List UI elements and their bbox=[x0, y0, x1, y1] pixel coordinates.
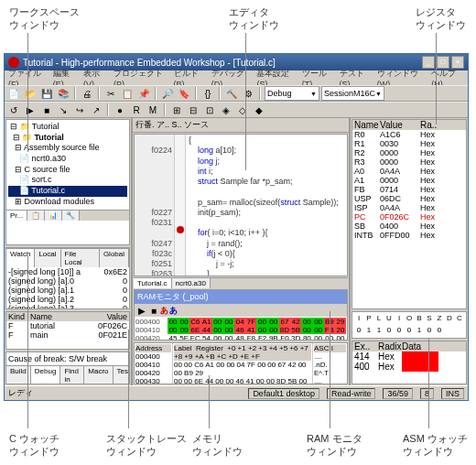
tool-icon[interactable]: ⊞ bbox=[169, 103, 184, 117]
kana-icon[interactable]: あ bbox=[169, 305, 178, 317]
open-icon[interactable]: 📂 bbox=[23, 86, 38, 101]
file-tab[interactable]: ncrt0.a30 bbox=[172, 278, 211, 288]
status-col: 8 bbox=[420, 388, 434, 399]
editor-header: 行番. ア.. S.. ソース bbox=[133, 118, 349, 133]
callout-asmwatch: ASM ウォッチ ウィンドウ bbox=[403, 432, 468, 459]
address-gutter: f0224 f0227f0231 f0247f023cf0251f0263 f0… bbox=[135, 135, 175, 276]
find-icon[interactable]: 🔎 bbox=[160, 86, 175, 101]
output-tab[interactable]: Find in Files bbox=[60, 366, 84, 384]
watch-tab[interactable]: Global bbox=[100, 249, 129, 267]
stepout-icon[interactable]: ↗ bbox=[89, 103, 103, 117]
rammon-grid[interactable]: 0004000000C6A10000047F000067420000B92900… bbox=[135, 317, 347, 340]
status-pos: 36/59 bbox=[383, 388, 413, 399]
output-tab[interactable]: Test bbox=[114, 366, 131, 384]
watch-tab[interactable]: Local bbox=[35, 249, 60, 267]
register-pane[interactable]: NameValueRa.. R0A1C6HexR10030HexR20000He… bbox=[352, 119, 467, 309]
status-rw: Read-write bbox=[327, 388, 376, 399]
tool-icon[interactable]: ▶ bbox=[136, 305, 147, 316]
stacktrace-body[interactable]: Ftutorial0F026CFmain0F021E bbox=[6, 321, 129, 340]
output-tab[interactable]: Macro bbox=[84, 366, 113, 384]
tab-icon[interactable]: 📊 bbox=[45, 211, 62, 221]
step-icon[interactable]: ↘ bbox=[56, 103, 70, 117]
callout-editor: エディタ ウィンドウ bbox=[229, 5, 279, 32]
saveall-icon[interactable]: 📚 bbox=[56, 86, 70, 101]
copy-icon[interactable]: 📋 bbox=[120, 86, 135, 101]
flags-pane[interactable]: IPLUIOBSZDC 011000100 bbox=[352, 311, 467, 339]
paste-icon[interactable]: 📌 bbox=[136, 86, 151, 101]
file-tab[interactable]: Tutorial.c bbox=[134, 278, 172, 288]
rammon-pane: RAMモニタ (_pool) ▶ ■ あ あ 0004000000C6A1000… bbox=[134, 289, 348, 341]
tab-icon[interactable]: 📋 bbox=[27, 211, 45, 221]
rammon-title: RAMモニタ (_pool) bbox=[135, 290, 347, 304]
stacktrace-pane: KindNameValue Ftutorial0F026CFmain0F021E bbox=[5, 311, 130, 350]
output-pane: Cause of break: S/W break Build Debug Fi… bbox=[5, 351, 130, 384]
bp-icon[interactable]: ● bbox=[113, 103, 127, 117]
watch-tab[interactable]: File Local bbox=[61, 249, 100, 267]
app-icon bbox=[8, 57, 19, 68]
tab-icon[interactable]: 🔧 bbox=[62, 211, 80, 221]
session-combo[interactable]: SessionM16C▼ bbox=[321, 86, 384, 101]
workspace-tab[interactable]: Pr... bbox=[6, 211, 27, 221]
menubar: ファイル(F) 編集(E) 表示(V) プロジェクト(P) ビルド(B) デバッ… bbox=[5, 70, 468, 85]
mem-icon[interactable]: M bbox=[146, 103, 160, 117]
cwatch-pane: Watch Local File Local Global NameValue … bbox=[5, 247, 130, 309]
reg-icon[interactable]: R bbox=[129, 103, 144, 117]
watch-tab[interactable]: Watch bbox=[6, 249, 35, 267]
window-title: Tutorial - High-performance Embedded Wor… bbox=[23, 58, 276, 68]
config-combo[interactable]: Debug▼ bbox=[265, 86, 319, 101]
status-mode: INS bbox=[441, 388, 464, 399]
asmwatch-pane[interactable]: Ex..RadixData 414Hex 400Hex bbox=[352, 341, 467, 384]
ide-window: Tutorial - High-performance Embedded Wor… bbox=[4, 53, 469, 401]
callout-workspace: ワークスペース ウィンドウ bbox=[9, 5, 80, 32]
ascii-dump: .....nD.E^.T.... bbox=[314, 352, 346, 384]
stepover-icon[interactable]: ↪ bbox=[72, 103, 87, 117]
tool-icon[interactable]: ■ bbox=[148, 305, 159, 316]
save-icon[interactable]: 💾 bbox=[39, 86, 54, 101]
tool-icon[interactable]: ◇ bbox=[235, 103, 250, 117]
stop-icon[interactable]: ■ bbox=[39, 103, 54, 117]
status-desktop: Default1 desktop bbox=[248, 388, 319, 399]
editor-pane[interactable]: f0224 f0227f0231 f0247f023cf0251f0263 f0… bbox=[134, 134, 348, 276]
cut-icon[interactable]: ✂ bbox=[103, 86, 118, 101]
toolbar-1: 📄 📂 💾 📚 🖨 ✂ 📋 📌 🔎 🔖 {} 🔨 ⚙ Debug▼ Sessio… bbox=[5, 85, 468, 102]
output-tab[interactable]: Build bbox=[6, 366, 31, 384]
memory-pane[interactable]: Address 000400000410000420000430 Label R… bbox=[134, 342, 348, 384]
toolbar-2: ↺ ▶ ■ ↘ ↪ ↗ ● R M ⊞ ⊟ ⊡ ◈ ◇ ◆ bbox=[5, 102, 468, 118]
tool-icon[interactable]: ⊡ bbox=[202, 103, 217, 117]
tool-icon[interactable]: ⊟ bbox=[186, 103, 200, 117]
kana-icon[interactable]: あ bbox=[160, 305, 168, 317]
code-area[interactable]: { long a[10]; long j; int i; struct Samp… bbox=[186, 135, 347, 276]
output-text: Cause of break: S/W break bbox=[6, 352, 129, 365]
callout-memory: メモリ ウィンドウ bbox=[192, 432, 243, 459]
print-icon[interactable]: 🖨 bbox=[80, 86, 94, 101]
build-icon[interactable]: 🔨 bbox=[224, 86, 239, 101]
bookmark-icon[interactable]: 🔖 bbox=[177, 86, 191, 101]
breakpoint-margin[interactable] bbox=[175, 135, 186, 276]
reset-icon[interactable]: ↺ bbox=[6, 103, 21, 117]
buildall-icon[interactable]: ⚙ bbox=[241, 86, 255, 101]
callout-register: レジスタ ウィンドウ bbox=[416, 5, 466, 32]
rammon-toolbar: ▶ ■ あ あ bbox=[135, 304, 347, 317]
output-tab[interactable]: Debug bbox=[31, 366, 61, 384]
callout-rammon: RAM モニタ ウィンドウ bbox=[307, 432, 362, 459]
statusbar: レディ Default1 desktop Read-write 36/59 8 … bbox=[5, 385, 468, 400]
workspace-tree[interactable]: ⊟ 📁 Tutorial ⊟ 📁 Tutorial ⊟ Assembly sou… bbox=[6, 120, 129, 210]
tool-icon[interactable]: ◆ bbox=[252, 103, 266, 117]
brace-icon[interactable]: {} bbox=[200, 86, 215, 101]
new-icon[interactable]: 📄 bbox=[6, 86, 21, 101]
workspace-pane: ⊟ 📁 Tutorial ⊟ 📁 Tutorial ⊟ Assembly sou… bbox=[5, 119, 130, 245]
breakpoint-icon[interactable] bbox=[177, 226, 184, 233]
callout-cwatch: C ウォッチ ウィンドウ bbox=[9, 432, 60, 459]
tool-icon[interactable]: ◈ bbox=[219, 103, 233, 117]
go-icon[interactable]: ▶ bbox=[23, 103, 38, 117]
watch-body[interactable]: -[signed long [10]] a0x6E2 (signed long)… bbox=[6, 267, 129, 309]
callout-stack: スタックトレース ウィンドウ bbox=[106, 432, 187, 459]
status-ready: レディ bbox=[8, 387, 33, 399]
